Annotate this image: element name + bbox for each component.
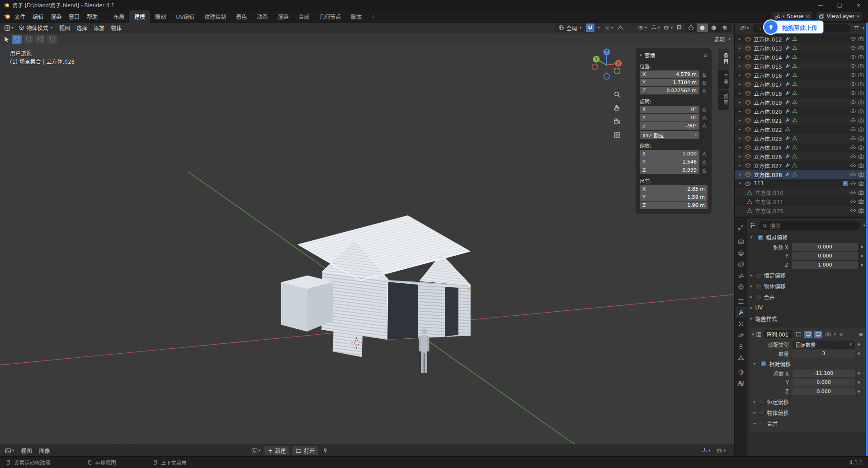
value-field[interactable]: -11.100 xyxy=(793,370,855,377)
animate-dot[interactable] xyxy=(855,343,862,346)
outliner-row[interactable]: ▸ 立方体.028 ✓ xyxy=(735,170,868,179)
outliner-row[interactable]: ▸ 立方体.015 ✓ xyxy=(735,61,868,70)
shading-solid-button[interactable] xyxy=(697,23,708,32)
proportional-editing-toggle[interactable]: ▾ xyxy=(603,23,615,32)
modifier-wrench-icon[interactable] xyxy=(785,45,790,51)
mesh-object-icon[interactable] xyxy=(745,163,751,168)
hide-in-viewport-icon[interactable] xyxy=(850,135,856,141)
collection-icon[interactable] xyxy=(745,181,751,187)
value-field[interactable]: 0.000 xyxy=(792,252,858,260)
image-browse-dropdown[interactable]: ▾ xyxy=(250,446,262,455)
lock-icon[interactable] xyxy=(701,72,708,77)
value-field[interactable]: 0.000 xyxy=(792,243,858,251)
animate-dot[interactable] xyxy=(858,255,865,257)
select-box-mode-extend[interactable] xyxy=(24,35,33,44)
disable-in-render-icon[interactable] xyxy=(858,135,864,141)
rotation-field[interactable]: Y0° xyxy=(640,114,699,122)
tab-texture[interactable] xyxy=(736,378,746,389)
disable-in-render-icon[interactable] xyxy=(858,180,864,187)
snap-toggle[interactable] xyxy=(586,23,594,32)
viewport-menu-item[interactable]: 视图 xyxy=(56,23,73,33)
rotation-field[interactable]: X0° xyxy=(640,106,699,113)
disable-in-render-icon[interactable] xyxy=(858,171,864,178)
mesh-data-icon[interactable] xyxy=(792,163,797,168)
animate-dot[interactable] xyxy=(858,246,865,248)
navigation-gizmo[interactable]: Z X Y xyxy=(588,45,626,83)
mesh-data-icon[interactable] xyxy=(785,126,790,132)
disable-in-render-icon[interactable] xyxy=(858,36,864,42)
location-field[interactable]: Y1.7104 m xyxy=(640,79,699,86)
lock-icon[interactable] xyxy=(701,151,708,157)
fit-type-dropdown[interactable]: 固定数量▾ xyxy=(793,341,855,349)
tab-scene[interactable] xyxy=(736,270,746,281)
lock-icon[interactable] xyxy=(701,168,708,173)
mesh-data-icon[interactable] xyxy=(792,36,797,42)
tab-physics[interactable] xyxy=(736,329,746,341)
menu-item[interactable]: 编辑 xyxy=(29,10,47,23)
shading-material-button[interactable] xyxy=(708,23,719,32)
mesh-object-icon[interactable] xyxy=(745,63,751,69)
outliner-row[interactable]: ▸ 立方体.012 ✓ xyxy=(735,34,868,43)
hide-in-viewport-icon[interactable] xyxy=(850,198,856,205)
viewport-menu-item[interactable]: 物体 xyxy=(108,23,125,33)
outliner-row[interactable]: ▸ 立方体.021 ✓ xyxy=(735,116,868,125)
panel-checkbox[interactable]: ✓ xyxy=(760,361,766,367)
new-image-button[interactable]: +新建 xyxy=(264,446,289,455)
n-panel-tab[interactable]: 条目 xyxy=(718,49,729,69)
animate-dot[interactable] xyxy=(855,352,862,355)
animate-dot[interactable] xyxy=(855,372,862,374)
mesh-object-icon[interactable] xyxy=(745,90,751,96)
hide-in-viewport-icon[interactable] xyxy=(850,54,856,60)
mesh-data-icon[interactable] xyxy=(792,90,797,96)
hide-in-viewport-icon[interactable] xyxy=(850,108,856,114)
image-overlays-dropdown[interactable]: ▾ xyxy=(715,446,727,455)
workspace-tab[interactable]: 动画 xyxy=(252,10,273,23)
tab-material[interactable] xyxy=(736,366,746,378)
select-box-mode-subtract[interactable] xyxy=(35,35,45,44)
outliner-row[interactable]: 立方体.011 ✓ xyxy=(735,197,868,206)
disable-in-render-icon[interactable] xyxy=(858,153,864,159)
expand-toggle-icon[interactable]: ▸ xyxy=(739,91,743,95)
disable-in-render-icon[interactable] xyxy=(858,90,864,96)
add-workspace-button[interactable]: + xyxy=(367,13,379,19)
modifier-close-icon[interactable]: × xyxy=(838,332,844,337)
mesh-data-icon[interactable] xyxy=(792,145,797,150)
mesh-data-icon[interactable] xyxy=(747,199,752,204)
scale-field[interactable]: Z0.999 xyxy=(640,166,699,174)
mesh-object-icon[interactable] xyxy=(745,126,751,132)
outliner-row[interactable]: ▸ 立方体.019 ✓ xyxy=(735,98,868,107)
expand-toggle-icon[interactable]: ▸ xyxy=(739,64,743,68)
collapsed-panel-header[interactable]: ▸合并 xyxy=(752,418,863,429)
outliner-row[interactable]: ▸ 立方体.024 ✓ xyxy=(735,143,868,152)
tab-view-layer[interactable] xyxy=(736,258,746,270)
ortho-toggle-button[interactable] xyxy=(611,129,623,141)
lock-icon[interactable] xyxy=(701,107,708,112)
expand-toggle-icon[interactable]: ▸ xyxy=(739,82,743,86)
panel-checkbox[interactable]: ✓ xyxy=(757,234,763,240)
image-gizmos-dropdown[interactable]: ▾ xyxy=(700,446,712,455)
mesh-data-icon[interactable] xyxy=(792,72,797,78)
workspace-tab[interactable]: 渲染 xyxy=(273,10,293,23)
unlink-scene-icon[interactable]: × xyxy=(806,14,809,19)
image-menu-item[interactable]: 视图 xyxy=(18,445,36,457)
expand-toggle-icon[interactable]: ▸ xyxy=(739,37,743,41)
dimension-field[interactable]: Y1.59 m xyxy=(640,193,708,201)
viewport-canvas[interactable] xyxy=(0,45,734,445)
orientation-dropdown[interactable]: 全局 ▾ xyxy=(556,23,585,32)
maximize-icon[interactable]: □ xyxy=(830,0,849,10)
hide-in-viewport-icon[interactable] xyxy=(850,63,856,69)
tab-object-data[interactable] xyxy=(736,352,746,363)
blender-menu-icon[interactable] xyxy=(4,13,11,20)
tab-modifiers[interactable] xyxy=(736,307,746,318)
toggle-edit-mode-icon[interactable] xyxy=(794,331,802,338)
xray-toggle[interactable] xyxy=(675,23,684,32)
panel-checkbox[interactable] xyxy=(759,399,764,405)
scene-selector[interactable]: ▾ Scene × xyxy=(772,12,812,21)
tab-render[interactable] xyxy=(736,236,746,247)
disable-in-render-icon[interactable] xyxy=(858,144,864,150)
hide-in-viewport-icon[interactable] xyxy=(850,153,856,159)
location-field[interactable]: Z0.022562 m xyxy=(640,87,699,94)
filter-dropdown-icon[interactable]: ▾ xyxy=(862,26,864,30)
snap-dropdown[interactable]: ▾ xyxy=(596,23,601,32)
panel-menu-icon[interactable]: ≡ xyxy=(703,52,708,59)
